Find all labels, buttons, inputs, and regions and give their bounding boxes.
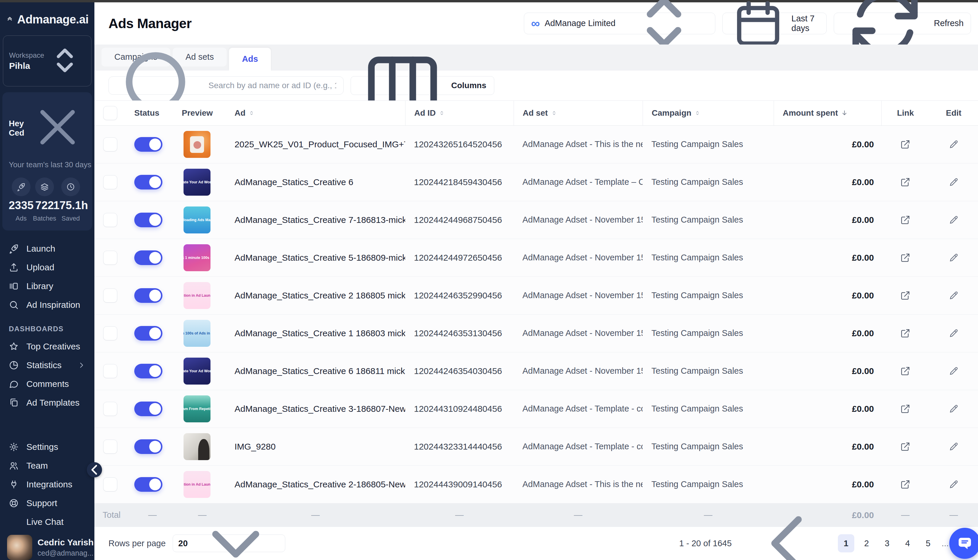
external-link-icon[interactable] [900, 290, 910, 300]
pencil-icon[interactable] [949, 215, 959, 225]
close-icon[interactable] [30, 99, 85, 157]
external-link-icon[interactable] [900, 442, 910, 452]
external-link-icon[interactable] [900, 253, 910, 263]
amount-spent: £0.00 [852, 215, 874, 225]
ad-preview-thumbnail[interactable]: Launch 100s of Ads in <1min. [184, 320, 211, 347]
pencil-icon[interactable] [949, 290, 959, 300]
pencil-icon[interactable] [949, 442, 959, 452]
dashboards-section-title: DASHBOARDS [0, 314, 94, 337]
ad-preview-thumbnail[interactable] [184, 433, 211, 460]
sidebar-item-support[interactable]: Support [0, 494, 94, 513]
ad-preview-thumbnail[interactable]: Still Uploading Ads Manually? [184, 207, 211, 233]
sidebar-collapse-button[interactable] [87, 462, 102, 477]
sidebar-item-launch[interactable]: Launch [0, 239, 94, 258]
pagination-prev-button[interactable] [741, 499, 834, 560]
row-checkbox[interactable] [103, 175, 117, 189]
sidebar-item-top-creatives[interactable]: Top Creatives [0, 337, 94, 356]
sidebar-item-team[interactable]: Team [0, 456, 94, 475]
pencil-icon[interactable] [949, 480, 959, 489]
row-checkbox[interactable] [103, 213, 117, 227]
rows-per-page-select[interactable]: 20 [173, 535, 285, 552]
ad-preview-thumbnail[interactable]: Automate Your Ad Workflows [184, 358, 211, 385]
external-link-icon[interactable] [900, 480, 910, 489]
row-checkbox[interactable] [103, 440, 117, 454]
sidebar-item-ad-templates[interactable]: Ad Templates [0, 393, 94, 412]
ad-preview-thumbnail[interactable]: 90% Reduction in Ad Launching Time [184, 282, 211, 309]
ad-account-selector[interactable]: ∞ AdManage Limited [524, 13, 716, 34]
pencil-icon[interactable] [949, 177, 959, 187]
column-header-ad[interactable]: Ad [226, 101, 405, 125]
sidebar-item-upload[interactable]: Upload [0, 258, 94, 277]
table-row: Automate Your Ad WorkflowsAdManage_Stati… [94, 352, 978, 390]
ad-preview-thumbnail[interactable]: Free Your Team From Repetitive Uploads. [184, 395, 211, 422]
external-link-icon[interactable] [900, 139, 910, 149]
sidebar-item-statistics[interactable]: Statistics [0, 356, 94, 375]
pagination-page-2[interactable]: 2 [858, 534, 875, 552]
pencil-icon[interactable] [949, 328, 959, 338]
status-toggle[interactable] [134, 175, 162, 190]
status-toggle[interactable] [134, 213, 162, 227]
status-toggle[interactable] [134, 477, 162, 492]
row-checkbox[interactable] [103, 326, 117, 340]
pencil-icon[interactable] [949, 139, 959, 149]
pencil-icon[interactable] [949, 404, 959, 414]
sidebar-item-comments[interactable]: Comments [0, 375, 94, 393]
workspace-selector[interactable]: Workspace Pihla [3, 35, 92, 87]
external-link-icon[interactable] [900, 177, 910, 187]
search-input[interactable] [208, 80, 337, 90]
ad-set-name: AdManage Adset - This is the new a [522, 480, 643, 489]
sidebar-item-live-chat[interactable]: Live Chat [0, 513, 94, 531]
sidebar-item-library[interactable]: Library [0, 277, 94, 295]
column-header-ad-set[interactable]: Ad set [513, 101, 643, 125]
app-logo[interactable]: Admanage.ai [0, 2, 94, 33]
pagination-page-1[interactable]: 1 [838, 534, 854, 552]
row-checkbox[interactable] [103, 402, 117, 416]
pencil-icon[interactable] [949, 253, 959, 263]
select-all-checkbox[interactable] [103, 106, 117, 120]
row-checkbox[interactable] [103, 137, 117, 152]
external-link-icon[interactable] [900, 366, 910, 376]
avatar [7, 535, 32, 560]
column-header-campaign[interactable]: Campaign [643, 101, 774, 125]
columns-button[interactable]: Columns [351, 76, 494, 95]
external-link-icon[interactable] [900, 215, 910, 225]
status-toggle[interactable] [134, 288, 162, 303]
table-footer: Rows per page 20 1 - 20 of 1645 12345 ..… [94, 527, 978, 560]
pagination-page-4[interactable]: 4 [899, 534, 916, 552]
stat-ads: 2335Ads [9, 177, 33, 222]
status-toggle[interactable] [134, 250, 162, 265]
row-checkbox[interactable] [103, 364, 117, 378]
lifebuoy-icon [9, 498, 19, 508]
refresh-button[interactable]: Refresh [834, 13, 971, 34]
external-link-icon[interactable] [900, 328, 910, 338]
pagination-page-5[interactable]: 5 [920, 534, 936, 552]
ad-name: AdManage_Statics_Creative 1 186803 micka… [234, 328, 405, 338]
ad-preview-thumbnail[interactable]: 90% Reduction in Ad Launching Time [184, 471, 211, 498]
status-toggle[interactable] [134, 439, 162, 454]
ad-preview-thumbnail[interactable]: Automate Your Ad Workflows [184, 169, 211, 196]
sidebar-item-integrations[interactable]: Integrations [0, 475, 94, 494]
row-checkbox[interactable] [103, 251, 117, 265]
ad-preview-thumbnail[interactable]: 1 click 1 minute 100s of ads [184, 244, 211, 271]
pencil-icon[interactable] [949, 366, 959, 376]
ad-preview-thumbnail[interactable] [184, 131, 211, 158]
row-checkbox[interactable] [103, 288, 117, 303]
ad-set-name: AdManage Adset - This is the new a [522, 139, 643, 149]
sidebar-item-settings[interactable]: Settings [0, 438, 94, 456]
sidebar-item-ad-inspiration[interactable]: Ad Inspiration [0, 295, 94, 314]
column-header-ad-id[interactable]: Ad ID [405, 101, 513, 125]
tab-ads[interactable]: Ads [229, 48, 271, 71]
ad-set-name: AdManage Adset - Template - copy: [522, 404, 643, 413]
user-menu[interactable]: Cedric Yarish ced@admanag... [0, 531, 94, 560]
external-link-icon[interactable] [900, 404, 910, 414]
status-toggle[interactable] [134, 137, 162, 152]
row-checkbox[interactable] [103, 477, 117, 492]
date-range-picker[interactable]: Last 7 days [722, 13, 827, 34]
status-toggle[interactable] [134, 326, 162, 341]
column-header-amount-spent[interactable]: Amount spent [774, 101, 881, 125]
live-chat-fab[interactable] [949, 528, 978, 559]
status-toggle[interactable] [134, 364, 162, 378]
status-toggle[interactable] [134, 402, 162, 416]
ad-name: AdManage_Statics_Creative 6 186811 micka… [234, 366, 405, 376]
pagination-page-3[interactable]: 3 [879, 534, 895, 552]
